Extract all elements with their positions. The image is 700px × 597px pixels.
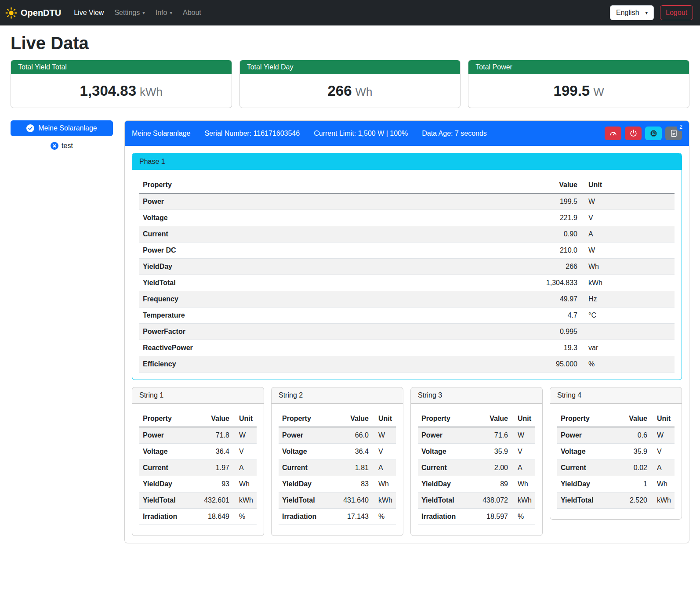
table-row: Irradiation 17.143 % [279,509,396,525]
row-property: YieldDay [557,476,610,492]
brand-label: OpenDTU [21,8,61,18]
table-row: Power 199.5 W [139,193,675,210]
column-header-value: Value [471,411,511,427]
row-property: YieldTotal [279,492,332,509]
row-value: 0.995 [403,324,581,340]
summary-unit: kWh [140,85,163,98]
row-property: Power [139,193,403,210]
row-property: Irradiation [418,509,471,525]
cpu-chip-icon [649,129,658,137]
summary-unit: Wh [355,85,373,98]
table-row: PowerFactor 0.995 [139,324,675,340]
row-unit: Hz [581,291,675,308]
row-unit: kWh [511,492,535,509]
row-value: 71.8 [192,427,233,444]
column-header-unit: Unit [511,411,535,427]
row-property: Voltage [139,444,192,460]
navbar-right: English ▾ Logout [610,5,693,20]
row-property: Temperature [139,308,403,324]
row-value: 1 [610,476,651,492]
check-circle-icon [26,124,34,132]
row-property: Current [557,460,610,476]
inverter-panel-header: Meine Solaranlage Serial Number: 1161716… [125,121,689,146]
row-value: 17.143 [332,509,372,525]
logout-button[interactable]: Logout [660,5,693,20]
row-value: 36.4 [332,444,372,460]
inverter-select-label: Meine Solaranlage [38,124,97,132]
x-circle-icon [51,142,58,150]
table-row: YieldTotal 2.520 kWh [557,492,675,509]
chevron-down-icon: ▾ [142,11,145,15]
nav-info[interactable]: Info▾ [151,5,177,20]
string-table-body: Power 0.6 W Voltage 35.9 V [557,427,675,509]
row-property: Power DC [139,242,403,259]
power-button[interactable] [625,127,642,140]
table-header-row: Property Value Unit [279,411,396,427]
table-row: Power 71.8 W [139,427,257,444]
nav-about[interactable]: About [178,5,206,20]
row-unit: kWh [581,275,675,291]
row-property: Current [279,460,332,476]
column-header-unit: Unit [372,411,396,427]
column-header-property: Property [418,411,471,427]
row-value: 95.000 [403,356,581,373]
table-row: YieldTotal 438.072 kWh [418,492,535,509]
device-info-button[interactable] [645,127,662,140]
row-unit: kWh [233,492,257,509]
row-property: Frequency [139,291,403,308]
row-value: 18.649 [192,509,233,525]
table-row: Current 1.81 A [279,460,396,476]
row-property: YieldDay [418,476,471,492]
summary-card-title: Total Yield Day [240,60,461,74]
inverter-sidebar: Meine Solaranlage test [11,120,113,150]
table-row: Current 2.00 A [418,460,535,476]
table-row: ReactivePower 19.3 var [139,340,675,356]
summary-cards-row: Total Yield Total 1,304.83kWh Total Yiel… [11,60,689,108]
table-row: Power 66.0 W [279,427,396,444]
table-row: Voltage 35.9 V [418,444,535,460]
total-yield-total-card: Total Yield Total 1,304.83kWh [11,60,232,108]
row-value: 93 [192,476,233,492]
string-card-body: Property Value Unit Power [550,404,682,519]
string-4-card: String 4 Property Value Unit [550,387,682,520]
inverter-select-button-selected[interactable]: Meine Solaranlage [11,120,113,136]
row-property: YieldTotal [139,275,403,291]
row-unit: Wh [372,476,396,492]
row-value: 432.601 [192,492,233,509]
row-unit: W [581,193,675,210]
limit-settings-button[interactable] [605,127,621,140]
summary-card-body: 1,304.83kWh [11,74,232,108]
row-unit: V [372,444,396,460]
row-unit: A [372,460,396,476]
table-row: Current 0.90 A [139,226,675,242]
brand-link[interactable]: OpenDTU [5,7,61,19]
row-property: PowerFactor [139,324,403,340]
row-property: Efficiency [139,356,403,373]
row-unit: A [511,460,535,476]
row-value: 19.3 [403,340,581,356]
row-property: Power [279,427,332,444]
row-property: Current [418,460,471,476]
table-header-row: Property Value Unit [557,411,675,427]
table-row: Power 0.6 W [557,427,675,444]
row-unit: kWh [651,492,675,509]
total-power-card: Total Power 199.5W [468,60,689,108]
column-header-property: Property [279,411,332,427]
event-log-button[interactable]: 2 [665,127,682,140]
page-container: Live Data Total Yield Total 1,304.83kWh … [0,33,700,557]
nav-settings[interactable]: Settings▾ [109,5,149,20]
column-header-property: Property [557,411,610,427]
strings-row: String 1 Property Value Unit [132,387,682,536]
nav-live-view[interactable]: Live View [69,5,109,20]
column-header-unit: Unit [233,411,257,427]
inverter-select-button-test[interactable]: test [11,142,113,150]
nav-live-view-label: Live View [74,9,104,17]
row-property: Current [139,226,403,242]
language-select[interactable]: English ▾ [610,5,654,20]
column-header-unit: Unit [581,177,675,193]
column-header-value: Value [192,411,233,427]
row-unit: V [511,444,535,460]
table-row: Power DC 210.0 W [139,242,675,259]
summary-unit: W [593,85,604,98]
row-value: 35.9 [471,444,511,460]
